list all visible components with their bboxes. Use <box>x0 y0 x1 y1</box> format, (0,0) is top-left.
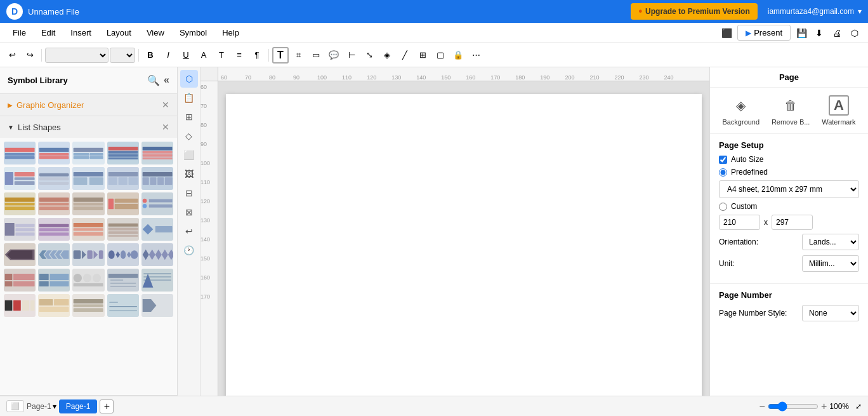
list-item[interactable] <box>141 167 173 190</box>
text-tool-button[interactable]: T <box>272 47 289 64</box>
image-icon[interactable]: 🖼 <box>180 165 198 183</box>
list-item[interactable] <box>72 167 104 190</box>
shape-icon[interactable]: ◇ <box>180 127 198 145</box>
list-item[interactable] <box>38 167 70 190</box>
menu-edit[interactable]: Edit <box>35 25 62 40</box>
layers-icon[interactable]: ⊞ <box>180 108 198 126</box>
page-icon[interactable]: 📋 <box>180 89 198 107</box>
list-item[interactable] <box>141 269 173 292</box>
page-dropdown-chevron[interactable]: ▾ <box>53 402 56 411</box>
menu-symbol[interactable]: Symbol <box>173 25 213 40</box>
bold-button[interactable]: B <box>142 47 159 64</box>
paragraph-button[interactable]: ¶ <box>249 47 265 64</box>
crop-button[interactable]: ⌗ <box>290 47 306 64</box>
frame-icon[interactable]: ⬜ <box>180 146 198 164</box>
remove-bg-action[interactable]: 🗑 Remove B... <box>772 95 810 126</box>
redirect-icon[interactable]: ↩ <box>180 222 198 240</box>
list-item[interactable] <box>141 142 173 164</box>
user-menu-chevron[interactable]: ▾ <box>858 7 862 16</box>
list-item[interactable] <box>72 192 104 215</box>
list-item[interactable] <box>4 142 36 164</box>
list-item[interactable] <box>38 218 70 241</box>
custom-radio[interactable] <box>719 203 727 211</box>
list-item[interactable] <box>141 243 173 266</box>
align-button[interactable]: ≡ <box>231 47 247 64</box>
list-item[interactable] <box>107 142 139 164</box>
height-input[interactable] <box>772 215 813 230</box>
zoom-out-button[interactable]: − <box>760 401 765 412</box>
line-button[interactable]: ╱ <box>397 47 413 64</box>
list-item[interactable] <box>72 294 104 317</box>
callout-button[interactable]: 💬 <box>326 47 342 64</box>
list-close-icon[interactable]: ✕ <box>162 122 169 132</box>
menu-insert[interactable]: Insert <box>64 25 98 40</box>
list-item[interactable] <box>72 269 104 292</box>
add-page-button[interactable]: + <box>100 399 114 413</box>
border-button[interactable]: ▢ <box>432 47 449 64</box>
collapse-icon[interactable]: « <box>164 74 169 86</box>
download-icon[interactable]: ⬇ <box>812 26 826 40</box>
canvas[interactable] <box>226 94 702 396</box>
page-number-style-select[interactable]: None <box>802 305 859 321</box>
menu-help[interactable]: Help <box>216 25 246 40</box>
list-item[interactable] <box>38 243 70 266</box>
resize-button[interactable]: ⤡ <box>361 47 378 64</box>
list-item[interactable] <box>141 218 173 241</box>
page-tab-1[interactable]: Page-1 <box>59 399 98 413</box>
connect-button[interactable]: ⊞ <box>414 47 431 64</box>
search-icon[interactable]: 🔍 <box>147 74 160 86</box>
font-size-select[interactable] <box>110 48 135 63</box>
unit-select[interactable]: Millim... <box>802 255 859 272</box>
background-action[interactable]: ◈ Background <box>722 95 760 126</box>
sidebar-toggle-icon[interactable]: ⬡ <box>180 70 198 88</box>
list-item[interactable] <box>38 192 70 215</box>
list-item[interactable] <box>4 243 36 266</box>
graphic-organizer-header[interactable]: ▶ Graphic Organizer ✕ <box>0 94 177 116</box>
list-item[interactable] <box>4 269 36 292</box>
redo-button[interactable]: ↪ <box>22 47 38 64</box>
zoom-in-button[interactable]: + <box>821 401 827 412</box>
history-icon[interactable]: 🕐 <box>180 241 198 259</box>
menu-layout[interactable]: Layout <box>100 25 138 40</box>
list-item[interactable] <box>107 218 139 241</box>
auto-size-checkbox[interactable] <box>719 156 727 164</box>
expand-icon[interactable]: ⤢ <box>855 402 862 411</box>
menu-file[interactable]: File <box>6 25 32 40</box>
canvas-scroll[interactable] <box>218 81 709 396</box>
print-icon[interactable]: 🖨 <box>830 26 844 40</box>
list-item[interactable] <box>38 294 70 317</box>
font-color-button[interactable]: A <box>195 47 212 64</box>
list-item[interactable] <box>141 192 173 215</box>
display-icon[interactable]: ⬛ <box>720 26 733 40</box>
list-item[interactable] <box>4 167 36 190</box>
width-input[interactable] <box>719 215 760 230</box>
undo-button[interactable]: ↩ <box>4 47 20 64</box>
upgrade-button[interactable]: Upgrade to Premium Version <box>631 3 757 20</box>
align-l-button[interactable]: ⊢ <box>343 47 360 64</box>
predefined-size-select[interactable]: A4 sheet, 210mm x 297 mm <box>719 180 859 198</box>
present-button[interactable]: Present <box>737 25 791 41</box>
list-item[interactable] <box>107 269 139 292</box>
list-item[interactable] <box>107 167 139 190</box>
list-item[interactable] <box>4 218 36 241</box>
list-item[interactable] <box>72 218 104 241</box>
lock-button[interactable]: 🔒 <box>450 47 466 64</box>
list-item[interactable] <box>4 294 36 317</box>
list-shapes-header[interactable]: ▼ List Shapes ✕ <box>0 116 177 138</box>
predefined-radio[interactable] <box>719 168 727 177</box>
page-layout-icon[interactable]: ⬜ <box>6 400 24 412</box>
group-icon[interactable]: ⊟ <box>180 184 198 202</box>
list-item[interactable] <box>38 269 70 292</box>
more-button[interactable]: ⋯ <box>468 47 484 64</box>
font-family-select[interactable] <box>45 48 109 63</box>
menu-view[interactable]: View <box>140 25 171 40</box>
list-item[interactable] <box>141 294 173 317</box>
text-button[interactable]: T <box>213 47 230 64</box>
orientation-select[interactable]: Lands... <box>802 234 859 250</box>
watermark-action[interactable]: A Watermark <box>822 95 855 126</box>
list-item[interactable] <box>4 192 36 215</box>
underline-button[interactable]: U <box>178 47 194 64</box>
list-item[interactable] <box>107 294 139 317</box>
list-item[interactable] <box>72 243 104 266</box>
crop2-icon[interactable]: ⊠ <box>180 203 198 221</box>
